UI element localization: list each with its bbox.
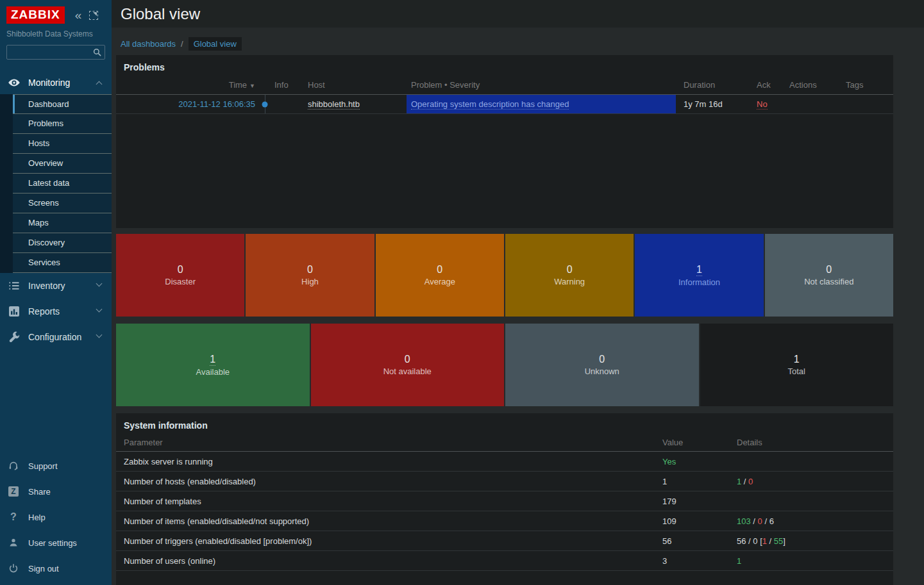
severity-card-disaster[interactable]: 0 Disaster [116,234,244,317]
availability-count: 0 [405,354,410,365]
user-settings-label: User settings [28,538,77,548]
severity-count: 0 [567,264,573,276]
ack-link[interactable]: No [757,99,768,110]
availability-count-link[interactable]: 1 [210,354,215,366]
severity-label: Warning [554,277,585,286]
host-availability-widget: 1 Available 0 Not available 0 Unknown 1 … [116,324,893,406]
chevron-down-icon [96,281,103,287]
sysinfo-parameter: Number of items (enabled/disabled/not su… [116,516,662,526]
sidebar-item-label: Configuration [28,332,81,342]
breadcrumb-current[interactable]: Global view [189,37,242,51]
severity-count: 0 [437,264,442,276]
top-bar: Global view [112,0,924,28]
sidebar-subitem-screens[interactable]: Screens [13,194,112,213]
sidebar-subitem-maps[interactable]: Maps [13,213,112,233]
sidebar-item-monitoring[interactable]: Monitoring [0,71,112,94]
table-row: Number of triggers (enabled/disabled [pr… [116,531,893,551]
sysinfo-parameter: Number of templates [116,497,662,506]
column-header-value: Value [662,438,737,447]
search-input[interactable] [6,45,105,60]
chevron-up-icon [96,81,103,88]
help-button[interactable]: ? Help [0,504,112,530]
problems-panel: Problems Time▼ Info Host Problem • Sever… [116,55,893,228]
problems-panel-title: Problems [116,55,893,72]
sysinfo-details: 103 / 0 / 6 [737,516,893,526]
breadcrumb-separator: / [181,39,183,49]
support-button[interactable]: Support [0,453,112,479]
sidebar-subitem-hosts[interactable]: Hosts [13,134,112,154]
sidebar-subitem-latest-data[interactable]: Latest data [13,174,112,194]
severity-count: 0 [826,264,832,276]
sidebar-item-configuration[interactable]: Configuration [0,324,112,350]
collapse-sidebar-icon[interactable]: « [75,9,82,21]
severity-card-warning[interactable]: 0 Warning [505,234,634,317]
problem-row: 2021-11-12 16:06:35 shibboleth.htb Opera… [116,95,893,114]
sysinfo-value: 1 [662,477,737,486]
sort-desc-icon: ▼ [249,83,255,89]
availability-card-unknown[interactable]: 0 Unknown [505,324,699,406]
table-row: Number of templates 179 [116,491,893,511]
headset-icon [8,460,19,472]
sidebar: ZABBIX « Shibboleth Data Systems Monitor… [0,0,112,585]
system-info-table-header: Parameter Value Details [116,433,893,452]
column-header-duration: Duration [676,80,755,90]
breadcrumb: All dashboards / Global view [116,36,893,51]
column-header-actions: Actions [789,80,846,90]
problem-ack-cell: No [755,99,789,109]
availability-label: Available [196,367,230,377]
problem-time-link[interactable]: 2021-11-12 16:06:35 [178,99,255,109]
sign-out-button[interactable]: Sign out [0,556,112,581]
sysinfo-parameter: Number of users (online) [116,556,662,566]
severity-label: Information [678,277,720,287]
problem-time-cell: 2021-11-12 16:06:35 [116,99,259,109]
problem-severity-cell: Operating system description has changed [407,95,676,113]
severity-card-average[interactable]: 0 Average [376,234,504,317]
share-button[interactable]: Z Share [0,479,112,504]
availability-card-available[interactable]: 1 Available [116,324,310,406]
problem-duration-cell: 1y 7m 16d [676,99,755,109]
table-row: Number of users (online) 3 1 [116,551,893,571]
sidebar-subitem-discovery[interactable]: Discovery [13,233,112,253]
zabbix-share-icon: Z [8,486,19,497]
availability-label: Unknown [585,367,619,376]
sidebar-item-reports[interactable]: Reports [0,299,112,324]
severity-card-information[interactable]: 1 Information [635,234,763,317]
page-title: Global view [121,5,200,23]
problems-by-severity-widget: 0 Disaster 0 High 0 Average 0 Warning 1 … [116,234,893,317]
column-header-host: Host [304,80,407,90]
sidebar-subitem-dashboard[interactable]: Dashboard [13,94,112,114]
user-settings-button[interactable]: User settings [0,530,112,556]
system-information-panel: System information Parameter Value Detai… [116,413,893,585]
column-header-parameter: Parameter [116,438,662,447]
problems-table-header: Time▼ Info Host Problem • Severity Durat… [116,76,893,95]
problem-link[interactable]: Operating system description has changed [411,99,569,110]
sysinfo-details: 1 [737,556,893,566]
severity-count-link[interactable]: 1 [696,264,702,276]
chevron-down-icon [96,332,103,338]
column-header-details: Details [737,438,893,447]
sidebar-subitem-services[interactable]: Services [13,253,112,273]
availability-card-total[interactable]: 1 Total [700,324,894,406]
sysinfo-details: 1 / 0 [737,477,893,486]
sysinfo-details: 56 / 0 [1 / 55] [737,536,893,546]
sidebar-logo-row: ZABBIX « [0,0,112,24]
sidebar-subitem-problems[interactable]: Problems [13,114,112,134]
availability-count: 0 [599,354,605,365]
sidebar-item-inventory[interactable]: Inventory [0,273,112,299]
column-header-time[interactable]: Time▼ [116,80,259,90]
host-link[interactable]: shibboleth.htb [308,99,360,110]
severity-card-not-classified[interactable]: 0 Not classified [765,234,893,317]
compact-sidebar-icon[interactable] [89,11,98,20]
wrench-icon [8,331,21,343]
availability-card-not-available[interactable]: 0 Not available [311,324,505,406]
column-header-ack: Ack [755,80,789,90]
zabbix-logo[interactable]: ZABBIX [6,6,65,24]
severity-label: Average [424,277,455,286]
bar-chart-icon [8,305,21,318]
breadcrumb-all-dashboards[interactable]: All dashboards [121,39,176,49]
problem-timeline-cell [259,95,271,113]
column-header-info: Info [271,80,304,90]
sidebar-subitem-overview[interactable]: Overview [13,154,112,174]
severity-card-high[interactable]: 0 High [246,234,374,317]
sysinfo-value: 56 [662,536,737,546]
